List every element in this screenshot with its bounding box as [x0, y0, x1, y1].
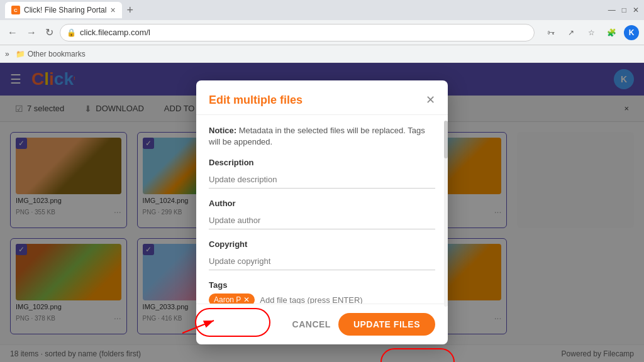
copyright-field: Copyright [209, 239, 435, 270]
key-icon[interactable]: 🗝 [543, 25, 558, 40]
tags-text-input[interactable] [260, 295, 435, 304]
other-bookmarks[interactable]: 📁 Other bookmarks [12, 48, 89, 60]
copyright-label: Copyright [209, 239, 435, 249]
update-btn-circle-highlight [380, 348, 455, 362]
author-field: Author [209, 199, 435, 229]
modal-body: Notice: Metadata in the selected files w… [196, 115, 448, 304]
cancel-button[interactable]: CANCEL [292, 319, 331, 329]
modal-close-button[interactable]: ✕ [426, 93, 435, 107]
forward-button[interactable]: → [24, 25, 39, 41]
new-tab-button[interactable]: + [127, 4, 134, 17]
modal-scrollbar-track[interactable] [444, 121, 448, 307]
bookmarks-bar: » 📁 Other bookmarks [0, 45, 644, 63]
reload-button[interactable]: ↻ [43, 24, 56, 41]
browser-frame: C Click! File Sharing Portal × + — □ ✕ ←… [0, 0, 644, 362]
bookmarks-expand[interactable]: » [5, 50, 9, 58]
back-button[interactable]: ← [5, 25, 20, 41]
description-field: Description [209, 158, 435, 189]
modal-title: Edit multiple files [209, 94, 303, 107]
tags-label: Tags [209, 280, 435, 290]
star-icon[interactable]: ☆ [584, 25, 599, 40]
description-label: Description [209, 158, 435, 167]
window-controls: — □ ✕ [608, 6, 639, 14]
modal-header: Edit multiple files ✕ [196, 80, 448, 115]
update-files-button[interactable]: UPDATE FILES [338, 313, 435, 336]
url-text: click.filecamp.com/l [80, 28, 150, 37]
profile-icon[interactable]: K [624, 25, 639, 40]
author-input[interactable] [209, 212, 435, 229]
share-icon[interactable]: ↗ [564, 25, 579, 40]
description-input[interactable] [209, 171, 435, 189]
modal-overlay[interactable]: Edit multiple files ✕ Notice: Metadata i… [0, 63, 644, 362]
app-container: ☰ Click! K ☑ 7 selected ⬇ DOWNLOAD ADD T… [0, 63, 644, 362]
extension-icon[interactable]: 🧩 [604, 25, 619, 40]
tab-favicon: C [11, 6, 20, 14]
lock-icon: 🔒 [67, 28, 76, 37]
edit-multiple-modal: Edit multiple files ✕ Notice: Metadata i… [196, 80, 448, 344]
folder-icon: 📁 [16, 50, 25, 58]
tag-remove-button[interactable]: ✕ [243, 295, 250, 304]
minimize-button[interactable]: — [608, 6, 616, 14]
maximize-button[interactable]: □ [622, 6, 626, 14]
modal-notice: Notice: Metadata in the selected files w… [209, 125, 435, 148]
address-bar[interactable]: 🔒 click.filecamp.com/l [60, 24, 535, 41]
modal-footer: CANCEL UPDATE FILES [196, 304, 448, 344]
tags-field: Tags Aaron P ✕ [209, 280, 435, 304]
tab-title: Click! File Sharing Portal [24, 6, 106, 14]
tab-close-button[interactable]: × [110, 5, 115, 15]
modal-scrollbar-thumb[interactable] [444, 121, 448, 158]
toolbar-right: 🗝 ↗ ☆ 🧩 K [543, 25, 639, 40]
tags-input-row: Aaron P ✕ [209, 293, 435, 304]
close-button[interactable]: ✕ [633, 6, 639, 14]
browser-toolbar: ← → ↻ 🔒 click.filecamp.com/l 🗝 ↗ ☆ 🧩 K [0, 20, 644, 45]
browser-tab[interactable]: C Click! File Sharing Portal × [5, 2, 122, 18]
author-label: Author [209, 199, 435, 208]
tag-chip-label: Aaron P [214, 295, 241, 304]
copyright-input[interactable] [209, 253, 435, 270]
browser-titlebar: C Click! File Sharing Portal × + — □ ✕ [0, 0, 644, 20]
tag-chip-aaron[interactable]: Aaron P ✕ [209, 293, 255, 304]
